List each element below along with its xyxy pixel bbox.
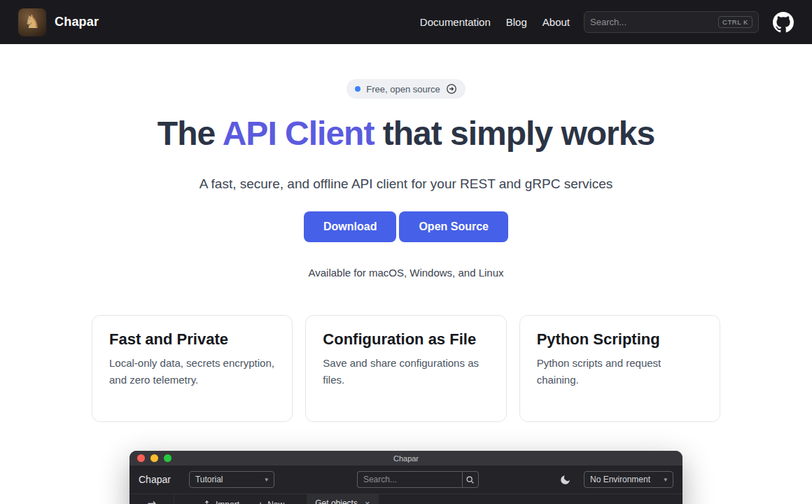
app-subbar: ⇄ Import + New Get objects × — [130, 493, 682, 504]
horse-glyph: ♞ — [24, 11, 40, 33]
search-icon — [465, 475, 475, 484]
traffic-lights — [130, 454, 172, 462]
upload-icon — [202, 500, 211, 504]
feature-card-configuration: Configuration as File Save and share con… — [305, 315, 506, 422]
import-button[interactable]: Import — [202, 494, 239, 504]
theme-toggle-button[interactable] — [559, 474, 571, 486]
app-brand: Chapar — [139, 474, 171, 485]
window-titlebar: Chapar — [130, 451, 682, 465]
github-icon — [773, 12, 794, 33]
arrow-circle-right-icon — [446, 83, 457, 94]
chevron-down-icon: ▾ — [265, 476, 268, 483]
environment-dropdown-value: No Environment — [590, 475, 650, 484]
availability-text: Available for macOS, Windows, and Linux — [0, 267, 812, 279]
new-label: New — [267, 500, 284, 504]
feature-card-python-scripting: Python Scripting Python scripts and requ… — [519, 315, 720, 422]
open-source-button[interactable]: Open Source — [399, 211, 508, 242]
nav-link-blog[interactable]: Blog — [506, 16, 527, 28]
open-source-badge[interactable]: Free, open source — [346, 79, 465, 99]
tab-close-icon[interactable]: × — [365, 499, 370, 504]
import-label: Import — [216, 500, 239, 504]
swap-arrows-icon: ⇄ — [147, 498, 156, 504]
feature-title: Configuration as File — [323, 331, 489, 348]
hero-title-post: that simply works — [374, 115, 654, 152]
close-window-button[interactable] — [137, 454, 145, 462]
nav-link-documentation[interactable]: Documentation — [420, 16, 491, 28]
site-header: ♞ Chapar Documentation Blog About CTRL K — [0, 0, 812, 44]
app-search-box — [357, 471, 479, 488]
collection-dropdown-value: Tutorial — [195, 475, 223, 484]
app-preview-wrapper: Chapar Chapar Tutorial ▾ — [0, 451, 812, 504]
brand[interactable]: ♞ Chapar — [18, 8, 99, 36]
hero-subtitle: A fast, secure, and offline API client f… — [0, 176, 812, 192]
features-section: Fast and Private Local-only data, secret… — [92, 315, 720, 422]
github-link[interactable] — [773, 12, 794, 33]
download-button[interactable]: Download — [304, 211, 396, 242]
feature-title: Python Scripting — [537, 331, 703, 348]
feature-card-fast-private: Fast and Private Local-only data, secret… — [92, 315, 293, 422]
new-button[interactable]: + New — [258, 494, 284, 504]
search-input[interactable] — [590, 17, 714, 27]
hero-title: The API Client that simply works — [0, 114, 812, 153]
minimize-window-button[interactable] — [150, 454, 158, 462]
collection-dropdown[interactable]: Tutorial ▾ — [189, 471, 274, 488]
badge-dot-icon — [355, 86, 360, 92]
app-search-button[interactable] — [462, 471, 479, 488]
tab-get-objects[interactable]: Get objects × — [307, 494, 378, 504]
sidebar-swap-button[interactable]: ⇄ — [130, 494, 174, 504]
nav-link-about[interactable]: About — [542, 16, 570, 28]
moon-icon — [559, 474, 571, 486]
chevron-down-icon: ▾ — [664, 476, 667, 483]
plus-icon: + — [258, 500, 263, 504]
window-title: Chapar — [130, 454, 682, 463]
hero-title-pre: The — [158, 115, 223, 152]
search-shortcut-badge: CTRL K — [718, 16, 752, 28]
app-toolbar: Chapar Tutorial ▾ — [130, 465, 682, 493]
feature-description: Save and share configurations as files. — [323, 355, 489, 388]
tab-label: Get objects — [315, 498, 358, 504]
feature-title: Fast and Private — [109, 331, 275, 348]
feature-description: Local-only data, secrets encryption, and… — [109, 355, 275, 388]
hero-title-highlight: API Client — [223, 115, 374, 152]
badge-label: Free, open source — [366, 84, 440, 94]
feature-description: Python scripts and request chaining. — [537, 355, 703, 388]
app-preview-window: Chapar Chapar Tutorial ▾ — [130, 451, 682, 504]
main-nav: Documentation Blog About — [420, 16, 570, 28]
cta-buttons: Download Open Source — [0, 211, 812, 242]
zoom-window-button[interactable] — [164, 454, 172, 462]
environment-dropdown[interactable]: No Environment ▾ — [584, 471, 673, 488]
hero-section: Free, open source The API Client that si… — [0, 44, 812, 279]
header-search-box[interactable]: CTRL K — [584, 11, 759, 33]
app-search-input[interactable] — [357, 471, 462, 488]
chapar-logo-icon: ♞ — [18, 8, 46, 36]
brand-name: Chapar — [55, 15, 99, 29]
